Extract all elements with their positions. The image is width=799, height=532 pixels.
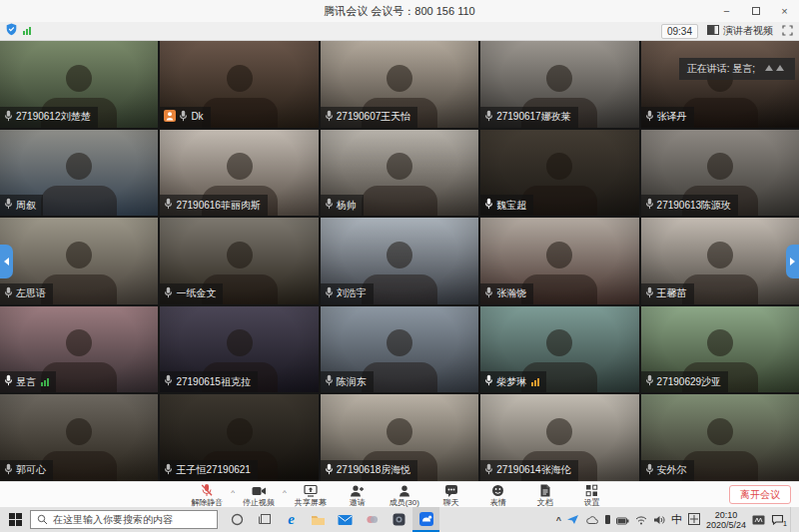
participant-name-tag: 杨帅	[321, 195, 364, 216]
mic-icon	[484, 463, 493, 478]
video-tile[interactable]: 昱言	[0, 306, 158, 393]
notification-badge: 1	[783, 520, 787, 527]
video-tile[interactable]: 王子恒27190621	[160, 394, 318, 481]
file-explorer-button[interactable]	[305, 507, 332, 532]
ime-mode-button[interactable]	[688, 511, 700, 529]
video-tile[interactable]: 郭可心	[0, 394, 158, 481]
minimize-button[interactable]: −	[712, 0, 741, 22]
camera-app-button[interactable]	[386, 507, 412, 532]
participant-name-tag: 王子恒27190621	[160, 460, 258, 481]
invite-button[interactable]: 邀请	[336, 484, 380, 507]
toolbar-item-label: 表情	[490, 498, 506, 507]
video-tile[interactable]: 刘浩宇	[321, 218, 478, 304]
participant-name-tag: 魏宝超	[480, 195, 533, 216]
ime-language-button[interactable]: 中	[671, 512, 682, 527]
participant-name: 魏宝超	[496, 200, 526, 212]
video-tile[interactable]: 27190612刘楚楚	[0, 41, 158, 128]
action-center-icon	[771, 514, 784, 525]
screen-share-button[interactable]: 共享屏幕	[289, 484, 333, 507]
camera-button[interactable]: 停止视频	[237, 485, 281, 507]
tray-app-icon[interactable]	[567, 511, 579, 529]
mic-icon	[164, 286, 173, 301]
start-button[interactable]	[0, 507, 30, 532]
mic-icon	[645, 286, 654, 301]
maximize-button[interactable]	[741, 0, 770, 22]
phone-tray-icon[interactable]	[605, 515, 610, 524]
participant-name: 左思语	[16, 287, 46, 299]
speaker-view-button[interactable]: 演讲者视频	[707, 24, 773, 38]
prev-page-button[interactable]	[0, 245, 13, 278]
mic-icon	[4, 463, 13, 478]
tencent-meeting-app-button[interactable]	[412, 507, 439, 532]
cortana-button[interactable]	[224, 507, 251, 532]
video-tile[interactable]: 张瀚饶	[480, 218, 638, 304]
action-center-button[interactable]: 1	[771, 514, 784, 525]
toolbar-item-label: 设置	[584, 498, 600, 507]
members-button[interactable]: 成员(30)	[383, 484, 426, 507]
caret-up-icon[interactable]: ^	[283, 489, 287, 497]
folder-icon	[311, 514, 326, 526]
tray-expand-button[interactable]: ^	[556, 515, 561, 525]
task-view-button[interactable]	[251, 507, 278, 532]
edge-button[interactable]: e	[278, 507, 305, 532]
onedrive-cloud-icon[interactable]	[585, 511, 599, 529]
video-tile[interactable]: 安外尔	[641, 394, 799, 481]
participant-name-tag: 安外尔	[641, 460, 694, 481]
speaker-icon[interactable]	[653, 511, 665, 529]
video-tile[interactable]: 张译丹	[641, 41, 799, 128]
participant-name: 张译丹	[657, 111, 687, 123]
mail-button[interactable]	[332, 507, 359, 532]
video-tile[interactable]: 27190615祖克拉	[160, 306, 318, 393]
next-page-button[interactable]	[786, 245, 799, 278]
fullscreen-button[interactable]	[782, 22, 793, 40]
participant-name-tag: 27190612刘楚楚	[0, 107, 98, 128]
doc-icon	[539, 484, 551, 497]
video-tile[interactable]: 27190607王天怡	[321, 41, 478, 128]
video-tile[interactable]: Dk	[160, 41, 318, 128]
taskbar-search[interactable]	[30, 510, 218, 529]
participant-name: 昱言	[16, 376, 36, 388]
video-tile[interactable]: 魏宝超	[480, 130, 638, 217]
toolbar-item-label: 文档	[537, 498, 553, 507]
taskbar-clock[interactable]: 20:10 2020/5/24	[706, 510, 746, 530]
camera-app-icon	[393, 513, 405, 526]
video-tile[interactable]: 王馨苗	[641, 218, 799, 304]
mic-icon	[179, 110, 188, 125]
mic-icon	[325, 286, 334, 301]
participant-silhouette	[31, 150, 127, 216]
video-tile[interactable]: 一纸金文	[160, 218, 318, 304]
chat-button[interactable]: 聊天	[429, 484, 473, 507]
video-tile[interactable]: 27190614张海伦	[480, 394, 638, 481]
settings-button[interactable]: 设置	[570, 484, 614, 507]
mic-muted-button[interactable]: 解除静音	[185, 483, 229, 507]
battery-icon[interactable]	[616, 511, 629, 529]
participant-name: 郭可心	[16, 464, 46, 476]
video-tile[interactable]: 陈润东	[321, 306, 478, 393]
participant-name: 王馨苗	[657, 287, 687, 299]
participant-name: 27190614张海伦	[496, 464, 571, 476]
doc-button[interactable]: 文档	[523, 484, 567, 507]
emoji-button[interactable]: 表情	[476, 484, 520, 507]
participant-name: 一纸金文	[176, 287, 216, 299]
video-tile[interactable]: 杨帅	[321, 130, 478, 217]
taskbar-apps: e	[224, 507, 439, 532]
video-tile[interactable]: 柴梦琳	[480, 306, 638, 393]
close-button[interactable]: ×	[770, 0, 799, 22]
video-tile[interactable]: 周叙	[0, 130, 158, 217]
network-icon[interactable]	[635, 511, 647, 529]
touchpad-icon[interactable]	[752, 511, 765, 529]
caret-up-icon[interactable]: ^	[231, 489, 235, 497]
video-tile[interactable]: 27190613陈源玫	[641, 130, 799, 217]
show-desktop-button[interactable]	[790, 507, 794, 532]
video-tile[interactable]: 27190618房海悦	[321, 394, 478, 481]
participant-name: 陈润东	[337, 376, 367, 388]
video-tile[interactable]: 27190629沙亚	[641, 306, 799, 393]
participant-name: 安外尔	[657, 464, 687, 476]
leave-meeting-button[interactable]: 离开会议	[729, 485, 791, 504]
search-input[interactable]	[53, 514, 211, 525]
video-tile[interactable]: 27190616菲丽肉斯	[160, 130, 318, 217]
participant-name-tag: 王馨苗	[641, 283, 694, 304]
video-tile[interactable]: 左思语	[0, 218, 158, 304]
video-tile[interactable]: 27190617娜孜莱	[480, 41, 638, 128]
photos-button[interactable]	[359, 507, 386, 532]
